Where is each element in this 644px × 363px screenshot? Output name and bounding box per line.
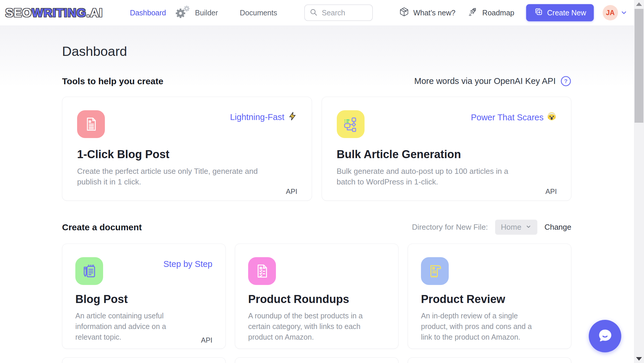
top-navbar: SEOWRITING.AI Dashboard (0, 0, 644, 25)
scrollbar-down-arrow[interactable] (636, 357, 642, 361)
tool-title: Bulk Article Generation (337, 148, 557, 161)
gear-icon (175, 5, 191, 21)
doc-description: An article containing useful information… (75, 310, 180, 342)
directory-change-button[interactable]: Change (544, 223, 571, 232)
whats-new-icon (399, 7, 409, 19)
partial-card[interactable] (235, 357, 399, 363)
doc-description: An in-depth review of a single product, … (421, 310, 544, 342)
directory-label: Directory for New File: (412, 223, 488, 232)
openai-key-link[interactable]: More words via your OpenAI Key API ? (414, 76, 571, 87)
nav-item-dashboard[interactable]: Dashboard (130, 9, 166, 17)
logo-part-seo: SEO (5, 6, 32, 20)
whats-new-link[interactable]: What’s new? (399, 7, 456, 19)
page-title: Dashboard (62, 44, 571, 59)
blog-post-icon (75, 257, 103, 285)
main-content: Dashboard Tools to help you create More … (0, 44, 644, 363)
chat-widget-button[interactable] (589, 320, 621, 352)
bulk-article-generation-icon (337, 110, 365, 138)
doc-description: A roundup of the best products in a cert… (248, 310, 371, 342)
directory-value: Home (501, 223, 521, 232)
avatar[interactable]: JA (603, 5, 618, 20)
logo-part-writing: WRITING (32, 6, 87, 20)
avatar-initials: JA (606, 9, 614, 17)
tool-badge-lightning-fast: Lightning-Fast (230, 112, 297, 123)
chevron-down-icon (526, 223, 531, 232)
search-input[interactable] (322, 9, 366, 17)
badge-label: Step by Step (163, 259, 212, 269)
partial-card[interactable] (62, 357, 226, 363)
nav-builder-label: Builder (195, 9, 218, 17)
doc-badge-step-by-step: Step by Step (163, 259, 212, 269)
nav-documents-label: Documents (240, 9, 277, 17)
scrollbar-up-arrow[interactable] (636, 2, 642, 6)
create-new-label: Create New (547, 9, 586, 17)
nav-item-documents[interactable]: Documents (240, 9, 277, 17)
api-badge: API (545, 187, 557, 196)
svg-text:?: ? (564, 78, 567, 84)
app-screen: SEOWRITING.AI Dashboard (0, 0, 644, 363)
api-badge: API (201, 336, 212, 344)
doc-title: Blog Post (75, 293, 212, 306)
tools-section-head: Tools to help you create More words via … (62, 76, 571, 87)
tool-badge-power-that-scares: Power That Scares (471, 112, 556, 123)
tool-card-bulk-article-generation[interactable]: Power That Scares Bulk Article (322, 97, 572, 201)
tools-row: Lightning-Fast 1-Click Blog Post Create … (62, 97, 571, 201)
lightning-emoji-icon (288, 112, 297, 123)
next-documents-row-partial (62, 357, 571, 363)
scream-emoji-icon (547, 112, 556, 123)
product-roundups-icon (248, 257, 276, 285)
roadmap-icon (468, 7, 479, 19)
nav-dashboard-label: Dashboard (130, 9, 166, 17)
openai-key-label: More words via your OpenAI Key API (414, 76, 556, 86)
whats-new-label: What’s new? (413, 9, 456, 17)
product-review-icon (421, 257, 449, 285)
search-icon (310, 8, 318, 17)
doc-card-product-review[interactable]: Product Review An in-depth review of a s… (408, 244, 571, 349)
tool-card-one-click-blog-post[interactable]: Lightning-Fast 1-Click Blog Post Create … (62, 97, 312, 201)
api-badge: API (286, 187, 297, 196)
tool-description: Create the perfect article use only Titl… (77, 166, 278, 187)
vertical-scrollbar[interactable] (634, 0, 644, 363)
roadmap-link[interactable]: Roadmap (468, 7, 514, 19)
documents-row: Step by Step Blog Post An article contai… (62, 244, 571, 349)
one-click-blog-post-icon (77, 110, 105, 138)
main-nav: Dashboard Builder (130, 5, 277, 21)
create-new-button[interactable]: Create New (526, 4, 594, 21)
directory-controls: Directory for New File: Home Change (412, 220, 571, 235)
directory-select[interactable]: Home (495, 220, 537, 235)
nav-item-builder[interactable]: Builder (175, 5, 218, 21)
documents-section-head: Create a document Directory for New File… (62, 220, 571, 235)
documents-section-title: Create a document (62, 222, 142, 232)
doc-card-blog-post[interactable]: Step by Step Blog Post An article contai… (62, 244, 226, 349)
tool-title: 1-Click Blog Post (77, 148, 297, 161)
avatar-chevron-icon[interactable] (620, 9, 627, 16)
tools-section-title: Tools to help you create (62, 76, 163, 86)
chat-icon (595, 326, 615, 346)
header-right-cluster: What’s new? Roadmap (399, 4, 627, 21)
doc-card-product-roundups[interactable]: Product Roundups A roundup of the best p… (235, 244, 399, 349)
roadmap-label: Roadmap (482, 9, 514, 17)
brand-logo[interactable]: SEOWRITING.AI (5, 6, 103, 20)
doc-title: Product Review (421, 293, 558, 306)
badge-label: Power That Scares (471, 113, 544, 122)
tool-description: Bulk generate and auto-post up to 100 ar… (337, 166, 527, 187)
help-icon[interactable]: ? (560, 76, 571, 87)
badge-label: Lightning-Fast (230, 112, 284, 122)
create-new-icon (534, 7, 543, 18)
search-box[interactable] (304, 4, 373, 21)
doc-title: Product Roundups (248, 293, 385, 306)
partial-card[interactable] (408, 357, 571, 363)
logo-part-ai: .AI (86, 6, 103, 20)
scrollbar-thumb[interactable] (635, 9, 643, 123)
